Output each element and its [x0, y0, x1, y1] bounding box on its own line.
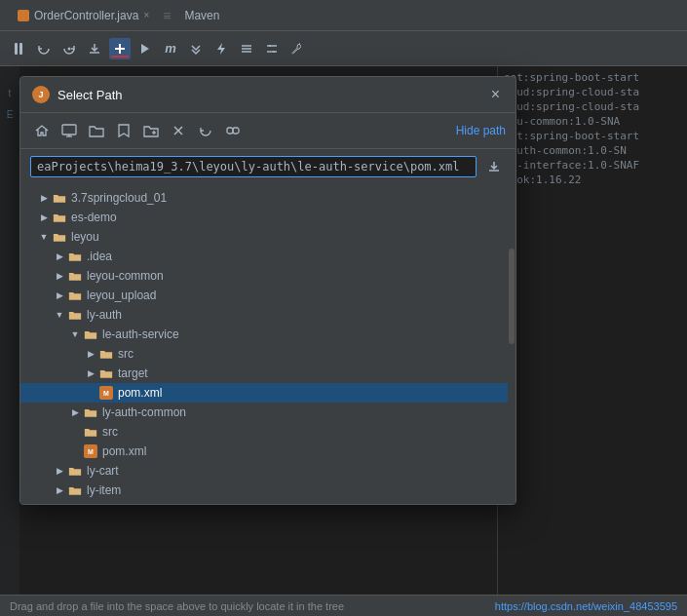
tree-item-leauthservice[interactable]: ▼ le-auth-service	[20, 325, 515, 344]
tree-label-lycart: ly-cart	[87, 464, 119, 478]
dialog-status-bar: Drag and drop a file into the space abov…	[0, 595, 687, 616]
folder-icon-lycart	[67, 463, 83, 479]
tree-item-lyauth[interactable]: ▼ ly-auth	[20, 305, 515, 325]
dialog-close-button[interactable]: ×	[487, 85, 504, 104]
tree-label-lyauthcommon: ly-auth-common	[102, 405, 186, 419]
file-tree[interactable]: ▶ 3.7springcloud_01 ▶	[20, 184, 515, 504]
arrow-leyouupload: ▶	[52, 288, 67, 303]
arrow-leyou: ▼	[36, 229, 52, 245]
arrow-src1: ▶	[83, 346, 98, 362]
svg-rect-20	[233, 128, 239, 134]
tab-ordercontroller[interactable]: OrderController.java ×	[8, 5, 159, 26]
file-icon-pomxml2: M	[83, 443, 98, 459]
tab-ordercontroller-label: OrderController.java	[34, 9, 138, 22]
align-button[interactable]	[236, 38, 257, 59]
tab-bar: OrderController.java × ≡ Maven	[0, 0, 687, 31]
toolbar: m	[0, 31, 687, 66]
tree-item-esdemo[interactable]: ▶ es-demo	[20, 208, 515, 227]
home-button[interactable]	[30, 119, 54, 142]
arrow-src2	[67, 424, 83, 440]
new-folder-button[interactable]	[139, 119, 163, 142]
dialog-title: Select Path	[57, 88, 123, 102]
tree-item-target[interactable]: ▶ target	[20, 364, 515, 383]
folder-icon-leyoucommon	[67, 268, 83, 284]
tree-item-leyoucommon[interactable]: ▶ leyou-common	[20, 266, 515, 286]
tab-maven-label: Maven	[184, 9, 219, 22]
dialog-toolbar: Hide path	[20, 113, 515, 149]
dialog-overlay: J Select Path ×	[0, 66, 687, 616]
tree-refresh-button[interactable]	[194, 119, 217, 142]
drag-hint-text: Drag and drop a file into the space abov…	[10, 600, 344, 612]
path-download-button[interactable]	[482, 155, 506, 178]
tab-maven[interactable]: Maven	[174, 5, 229, 26]
arrow-pomxml2	[67, 443, 83, 459]
arrow-idea: ▶	[52, 249, 67, 264]
tree-item-leyou[interactable]: ▼ leyou	[20, 227, 515, 247]
tree-item-idea[interactable]: ▶ .idea	[20, 247, 515, 266]
tree-label-esdemo: es-demo	[71, 211, 117, 224]
path-input[interactable]	[30, 156, 477, 177]
dialog-toolbar-left	[30, 119, 245, 142]
dialog-app-icon: J	[32, 86, 50, 103]
refresh-button[interactable]	[33, 38, 55, 59]
delete-button[interactable]	[167, 119, 190, 142]
bookmark-button[interactable]	[112, 119, 135, 142]
pause-button[interactable]	[8, 38, 29, 59]
desktop-button[interactable]	[57, 119, 81, 142]
tree-item-lycart[interactable]: ▶ ly-cart	[20, 461, 515, 481]
wrench-button[interactable]	[286, 38, 308, 59]
tree-label-pomxml1: pom.xml	[118, 386, 162, 400]
ide-background: OrderController.java × ≡ Maven	[0, 0, 687, 616]
tree-label-leauthservice: le-auth-service	[102, 327, 179, 341]
tree-label-leyou: leyou	[71, 230, 99, 244]
tree-item-lyauthcommon[interactable]: ▶ ly-auth-common	[20, 403, 515, 422]
folder-icon-idea	[67, 249, 83, 264]
tree-label-src2: src	[102, 425, 118, 439]
tree-item-leyouupload[interactable]: ▶ leyou_upload	[20, 286, 515, 305]
play-button[interactable]	[134, 38, 156, 59]
italic-m-button[interactable]: m	[160, 38, 181, 59]
dialog-header: J Select Path ×	[20, 77, 515, 113]
refresh2-button[interactable]	[58, 38, 80, 59]
tree-item-lyitem[interactable]: ▶ ly-item	[20, 481, 515, 500]
arrow-springcloud: ▶	[36, 190, 52, 206]
tree-item-src1[interactable]: ▶ src	[20, 344, 515, 364]
tree-item-pomxml1[interactable]: M pom.xml	[20, 383, 515, 403]
double-arrow-button[interactable]	[185, 38, 207, 59]
svg-marker-4	[217, 43, 225, 55]
tab-separator: ≡	[159, 8, 174, 23]
svg-point-0	[68, 47, 71, 50]
link-button[interactable]	[221, 119, 245, 142]
path-input-row	[20, 149, 515, 184]
tree-label-pomxml2: pom.xml	[102, 444, 146, 458]
tree-label-lyitem: ly-item	[87, 483, 121, 497]
folder-icon-leauthservice	[83, 327, 98, 342]
scrollbar-thumb[interactable]	[509, 249, 515, 344]
tab-ordercontroller-close[interactable]: ×	[143, 10, 149, 20]
tree-item-springcloud[interactable]: ▶ 3.7springcloud_01	[20, 188, 515, 208]
tree-label-src1: src	[118, 347, 134, 361]
add-button[interactable]	[109, 38, 131, 59]
settings-button[interactable]	[261, 38, 283, 59]
select-path-dialog: J Select Path ×	[19, 76, 516, 505]
hide-path-link[interactable]: Hide path	[456, 124, 506, 137]
main-area: t E oot:spring-boot-start loud:spring-cl…	[0, 66, 687, 616]
arrow-pomxml1	[83, 385, 98, 401]
download-button[interactable]	[84, 38, 105, 59]
lightning-button[interactable]	[210, 38, 232, 59]
folder-button[interactable]	[85, 119, 108, 142]
folder-icon-target	[98, 366, 114, 381]
folder-icon-lyauthcommon	[83, 404, 98, 420]
tree-item-pomxml2[interactable]: M pom.xml	[20, 442, 515, 461]
folder-icon-lyitem	[67, 482, 83, 498]
arrow-target: ▶	[83, 366, 98, 381]
folder-icon-leyou	[52, 229, 67, 245]
folder-icon-springcloud	[52, 190, 67, 206]
folder-icon-src1	[98, 346, 114, 362]
tree-item-src2[interactable]: src	[20, 422, 515, 442]
arrow-lyauth: ▼	[52, 307, 67, 323]
folder-icon-esdemo	[52, 210, 67, 225]
arrow-lyitem: ▶	[52, 482, 67, 498]
svg-rect-19	[227, 128, 233, 134]
tree-label-idea: .idea	[87, 250, 112, 263]
